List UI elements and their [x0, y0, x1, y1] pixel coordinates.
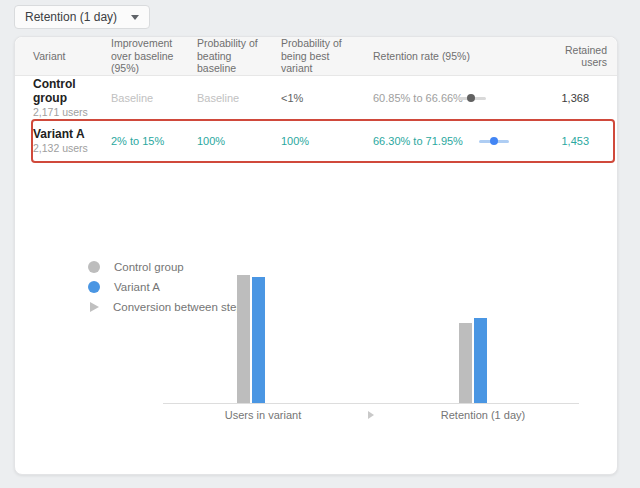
results-card: Variant Improvement over baseline (95%) … — [14, 36, 618, 475]
bar-control-retention — [459, 323, 472, 404]
confidence-interval-plot — [456, 93, 486, 103]
header-prob-beating: Probability of beating baseline — [197, 37, 281, 75]
variant-name-cell: Variant A 2,132 users — [33, 119, 111, 162]
legend-item-conversion: Conversion between steps — [88, 301, 249, 313]
retention-rate-cell: 66.30% to 71.95% — [373, 119, 549, 162]
legend-label: Variant A — [114, 281, 160, 293]
legend-item-control: Control group — [88, 261, 249, 273]
legend-triangle-icon — [90, 302, 99, 312]
legend-circle-icon — [88, 261, 100, 273]
metric-dropdown[interactable]: Retention (1 day) — [14, 5, 150, 29]
header-retention-rate: Retention rate (95%) — [373, 37, 549, 75]
improvement-value: 2% to 15% — [111, 119, 197, 162]
prob-beating-value: Baseline — [197, 76, 281, 119]
bar-variant-a-users — [252, 277, 265, 404]
category-label-users: Users in variant — [163, 409, 363, 421]
header-improvement: Improvement over baseline (95%) — [111, 37, 197, 75]
legend-circle-icon — [88, 281, 100, 293]
retained-users-value: 1,368 — [549, 76, 617, 119]
legend-label: Control group — [114, 261, 184, 273]
confidence-interval-plot — [479, 136, 509, 146]
header-retained-users: Retained users — [549, 37, 617, 75]
table-row-control-group[interactable]: Control group 2,171 users Baseline Basel… — [15, 76, 617, 119]
variant-name: Control group — [33, 77, 111, 105]
prob-beating-value: 100% — [197, 119, 281, 162]
legend-label: Conversion between steps — [113, 301, 249, 313]
legend-item-variant-a: Variant A — [88, 281, 249, 293]
variant-name: Variant A — [33, 127, 85, 141]
prob-best-value: <1% — [281, 76, 373, 119]
variant-name-cell: Control group 2,171 users — [33, 76, 111, 119]
header-variant: Variant — [33, 37, 111, 75]
chart-legend: Control group Variant A Conversion betwe… — [88, 261, 249, 321]
retention-rate-value: 60.85% to 66.66% — [373, 92, 463, 104]
ci-dot — [467, 94, 475, 102]
variant-user-count: 2,171 users — [33, 106, 88, 119]
retention-rate-value: 66.30% to 71.95% — [373, 135, 463, 147]
conversion-step-icon — [368, 411, 374, 419]
header-prob-best: Probability of being best variant — [281, 37, 373, 75]
table-header-row: Variant Improvement over baseline (95%) … — [15, 37, 617, 76]
table-row-variant-a[interactable]: Variant A 2,132 users 2% to 15% 100% 100… — [15, 119, 617, 162]
prob-best-value: 100% — [281, 119, 373, 162]
category-label-retention: Retention (1 day) — [379, 409, 587, 421]
variant-user-count: 2,132 users — [33, 142, 88, 155]
bar-variant-a-retention — [474, 318, 487, 404]
metric-dropdown-value: Retention (1 day) — [25, 10, 117, 24]
bar-control-users — [237, 275, 250, 404]
x-axis-line — [163, 403, 579, 404]
retention-rate-cell: 60.85% to 66.66% — [373, 76, 549, 119]
ab-test-results-page: { "colors": { "accent_teal": "#2ba8a0", … — [0, 0, 640, 488]
ci-dot — [490, 137, 498, 145]
chevron-down-icon — [131, 15, 139, 20]
retained-users-value: 1,453 — [549, 119, 617, 162]
improvement-value: Baseline — [111, 76, 197, 119]
